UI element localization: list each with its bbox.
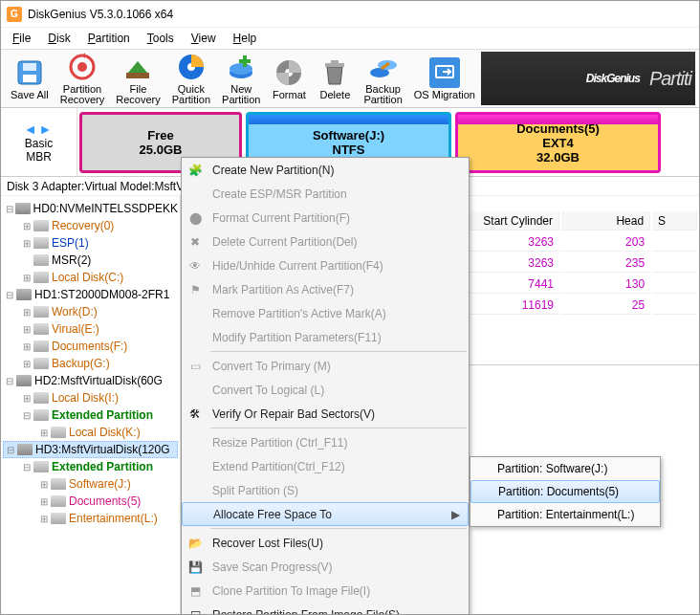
submenu-software[interactable]: Partition: Software(J:) [470,457,660,480]
tree-bakg[interactable]: ⊞Backup(G:) [3,355,178,372]
ctx-save-scan: 💾Save Scan Progress(V) [182,555,469,579]
ctx-to-logical: Convert To Logical (L) [182,378,469,402]
delete-button[interactable]: Delete [312,55,358,102]
tree-ext1[interactable]: ⊟Extended Partition [3,406,178,424]
save-all-button[interactable]: Save All [5,55,55,102]
menu-view[interactable]: View [184,30,224,47]
tree-localc[interactable]: ⊞Local Disk(C:) [3,269,178,286]
tree-hd1[interactable]: ⊟HD1:ST2000DM008-2FR1 [3,286,178,303]
tree-hd3[interactable]: ⊟HD3:MsftVirtualDisk(120G [3,441,178,458]
nav-arrows-icon[interactable]: ◄► [24,121,55,137]
format-icon: ⬤ [182,206,208,230]
clone-icon: ⬒ [182,579,208,603]
format-button[interactable]: Format [266,55,312,102]
menu-tools[interactable]: Tools [140,30,182,47]
ctx-extend: Extend Partition(Ctrl_F12) [182,454,469,478]
svg-rect-15 [331,60,339,63]
partition-pill-documents[interactable]: Documents(5) EXT4 32.0GB [455,112,661,173]
tree-doc5[interactable]: ⊞Documents(5) [3,493,178,510]
tree-msr[interactable]: MSR(2) [3,252,178,269]
ctx-split: Split Partition (S) [182,478,469,502]
svg-rect-14 [325,63,344,67]
menu-disk[interactable]: Disk [40,30,77,47]
tree-softj[interactable]: ⊞Software(J:) [3,475,178,493]
backup-partition-button[interactable]: Backup Partition [358,50,407,107]
flag-icon: ⚑ [182,277,208,301]
svg-point-9 [230,63,252,75]
chevron-right-icon: ▶ [451,508,460,521]
ctx-hide: 👁Hide/Unhide Current Partition(F4) [182,253,469,277]
tree-ext2[interactable]: ⊟Extended Partition [3,458,178,475]
ctx-remove-active: Remove Partition's Active Mark(A) [182,301,469,325]
branding: DiskGeniusPartiti [481,52,695,105]
tools-icon: 🛠 [182,402,208,426]
tree-recovery[interactable]: ⊞Recovery(0) [3,217,178,234]
ctx-active: ⚑Mark Partition As Active(F7) [182,277,469,301]
partition-recovery-button[interactable]: Partition Recovery [55,50,110,107]
svg-rect-1 [23,75,36,82]
tree-hd0[interactable]: ⊟HD0:NVMeINTELSSDPEKK [3,200,178,217]
ctx-clone-image: ⬒Clone Partition To Image File(I) [182,579,469,603]
tree-locali[interactable]: ⊞Local Disk(I:) [3,389,178,406]
svg-rect-2 [23,63,36,71]
save-icon: 💾 [182,555,208,579]
ctx-format: ⬤Format Current Partition(F) [182,206,469,230]
quick-partition-button[interactable]: Quick Partition [166,50,216,107]
ctx-create-esp: Create ESP/MSR Partition [182,182,469,206]
ctx-recover-files[interactable]: 📂Recover Lost Files(U) [182,531,469,555]
hide-icon: 👁 [182,253,208,277]
tree-entl[interactable]: ⊞Entertainment(L:) [3,510,178,527]
delete-icon: ✖ [182,230,208,253]
app-icon: G [7,7,22,22]
mbr-label: MBR [26,150,52,164]
ctx-restore-image[interactable]: ⬓Restore Partition From Image File(S) [182,603,469,615]
ctx-verify[interactable]: 🛠Verify Or Repair Bad Sectors(V) [182,402,469,426]
tree-localk[interactable]: ⊞Local Disk(K:) [3,424,178,441]
submenu-documents[interactable]: Partition: Documents(5) [470,480,660,503]
tree-esp[interactable]: ⊞ESP(1) [3,234,178,252]
ctx-resize: Resize Partition (Ctrl_F11) [182,430,469,454]
tree-virtuale[interactable]: ⊞Virual(E:) [3,320,178,338]
file-recovery-button[interactable]: File Recovery [110,50,165,107]
ctx-modify: Modify Partition Parameters(F11) [182,325,469,349]
svg-rect-5 [126,73,149,78]
basic-label: Basic [25,137,53,150]
svg-rect-11 [239,59,251,63]
ctx-to-primary: ▭Convert To Primary (M) [182,354,469,378]
tree-hd2[interactable]: ⊟HD2:MsftVirtualDisk(60G [3,372,178,389]
allocate-submenu[interactable]: Partition: Software(J:) Partition: Docum… [470,456,661,527]
menu-partition[interactable]: Partition [80,30,138,47]
ctx-allocate[interactable]: Allocate Free Space To▶ [182,502,469,526]
toolbar: Save All Partition Recovery File Recover… [1,49,699,108]
context-menu[interactable]: 🧩Create New Partition(N) Create ESP/MSR … [181,157,470,615]
ctx-delete: ✖Delete Current Partition(Del) [182,230,469,253]
tree-docf[interactable]: ⊞Documents(F:) [3,338,178,355]
menu-help[interactable]: Help [226,30,265,47]
create-partition-icon: 🧩 [182,158,208,182]
recover-icon: 📂 [182,531,208,555]
menu-file[interactable]: File [5,30,38,47]
restore-icon: ⬓ [182,603,208,615]
os-migration-button[interactable]: OS Migration [408,55,481,102]
ctx-create-partition[interactable]: 🧩Create New Partition(N) [182,158,469,182]
new-partition-button[interactable]: New Partition [216,50,266,107]
window-title: DiskGenius V5.3.0.1066 x64 [28,8,173,21]
submenu-entertainment[interactable]: Partition: Entertainment(L:) [470,503,660,526]
menu-bar: File Disk Partition Tools View Help [1,28,699,49]
disk-info-left: Disk 3 Adapter:Virtual Model:MsftV [7,180,184,193]
primary-icon: ▭ [182,354,208,378]
tree-workd[interactable]: ⊞Work(D:) [3,303,178,320]
title-bar: G DiskGenius V5.3.0.1066 x64 [1,1,699,28]
disk-tree[interactable]: ⊟HD0:NVMeINTELSSDPEKK ⊞Recovery(0) ⊞ESP(… [1,196,181,615]
basic-mbr-panel[interactable]: ◄► Basic MBR [1,108,77,176]
svg-point-4 [77,62,87,72]
